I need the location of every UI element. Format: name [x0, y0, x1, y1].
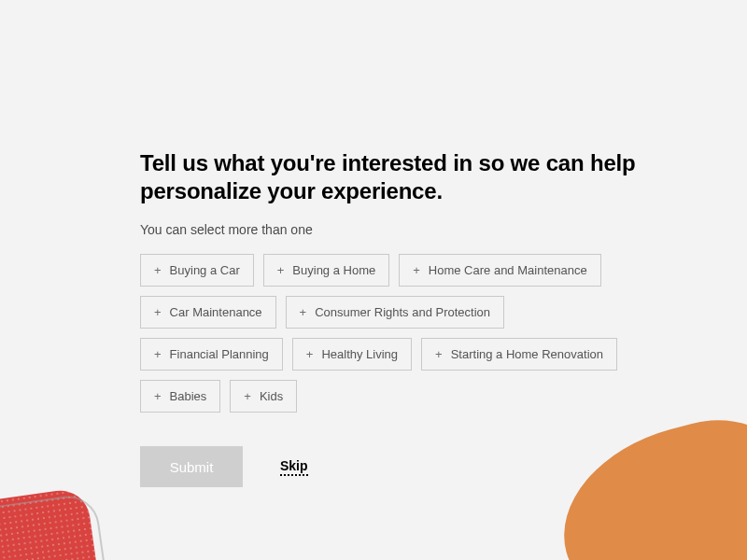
interest-chip-label: Babies	[170, 389, 207, 403]
plus-icon: +	[300, 306, 307, 318]
interest-chip-label: Kids	[260, 389, 283, 403]
plus-icon: +	[154, 264, 162, 276]
onboarding-panel: Tell us what you're interested in so we …	[140, 149, 644, 487]
interest-chip-label: Buying a Home	[292, 263, 375, 277]
interest-chip[interactable]: +Buying a Car	[140, 254, 254, 287]
plus-icon: +	[154, 306, 162, 318]
interest-chip[interactable]: +Consumer Rights and Protection	[286, 296, 504, 329]
plus-icon: +	[244, 390, 251, 402]
interest-chip-label: Healthy Living	[321, 347, 398, 361]
subtext: You can select more than one	[140, 222, 644, 237]
interest-chip[interactable]: +Starting a Home Renovation	[421, 338, 617, 371]
plus-icon: +	[154, 390, 162, 402]
interest-chip[interactable]: +Healthy Living	[292, 338, 412, 371]
submit-button[interactable]: Submit	[140, 446, 243, 487]
plus-icon: +	[306, 348, 314, 360]
interest-chip[interactable]: +Financial Planning	[140, 338, 283, 371]
plus-icon: +	[277, 264, 285, 276]
plus-icon: +	[154, 348, 162, 360]
interest-chip-label: Car Maintenance	[170, 305, 262, 319]
interest-chip[interactable]: +Babies	[140, 380, 220, 413]
interest-chip-label: Financial Planning	[170, 347, 269, 361]
interest-chip[interactable]: +Home Care and Maintenance	[399, 254, 600, 287]
plus-icon: +	[435, 348, 443, 360]
interest-chip-label: Starting a Home Renovation	[451, 347, 603, 361]
skip-link[interactable]: Skip	[280, 458, 308, 476]
actions-row: Submit Skip	[140, 446, 644, 487]
decorative-shape-red-outline	[0, 492, 109, 560]
page-title: Tell us what you're interested in so we …	[140, 149, 644, 205]
interest-chip-label: Consumer Rights and Protection	[315, 305, 490, 319]
interest-chip-label: Buying a Car	[170, 263, 240, 277]
interest-chip-group: +Buying a Car+Buying a Home+Home Care an…	[140, 254, 644, 413]
interest-chip-label: Home Care and Maintenance	[429, 263, 587, 277]
plus-icon: +	[413, 264, 420, 276]
decorative-arcs	[560, 495, 710, 560]
interest-chip[interactable]: +Kids	[230, 380, 297, 413]
interest-chip[interactable]: +Car Maintenance	[140, 296, 276, 329]
interest-chip[interactable]: +Buying a Home	[263, 254, 389, 287]
